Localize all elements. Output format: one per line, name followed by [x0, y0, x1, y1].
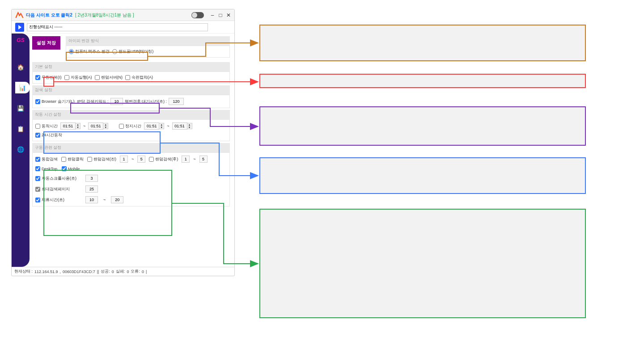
arrow-orange: [0, 0, 644, 362]
